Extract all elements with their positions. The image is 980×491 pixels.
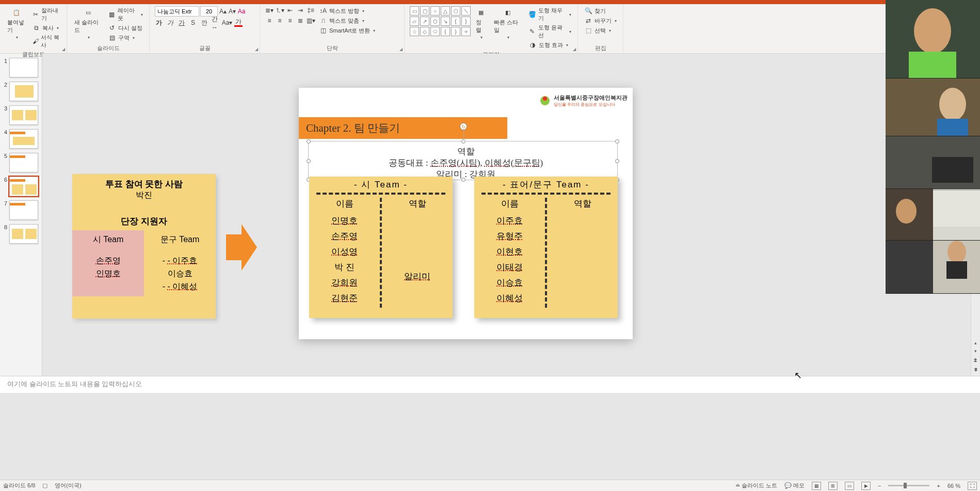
team-card-mg[interactable]: - 표어/문구 Team - 이름 이주효 유형주 이현호 이태경 이승효 이혜… [474, 177, 618, 318]
change-case-icon[interactable]: Aa▾ [223, 19, 231, 27]
slideshow-view-icon[interactable]: ▶ [861, 482, 871, 490]
thumbnail-2[interactable]: 2 [2, 82, 40, 101]
dialog-launcher-icon[interactable]: ◢ [399, 47, 403, 52]
scroll-up-icon[interactable]: ▴ [971, 339, 980, 347]
justify-icon[interactable]: ≣ [296, 17, 304, 25]
prev-slide-icon[interactable]: ⯭ [971, 356, 980, 365]
thumbnail-4[interactable]: 4 [2, 129, 40, 149]
sorter-view-icon[interactable]: ⊞ [828, 482, 838, 490]
bold-icon[interactable]: 가 [155, 19, 163, 27]
video-tile[interactable] [886, 189, 933, 241]
increase-font-icon[interactable]: A▴ [219, 7, 227, 15]
rotate-handle-icon[interactable]: ↻ [460, 123, 467, 130]
replace-button[interactable]: ⇄바꾸기▾ [583, 16, 618, 25]
thumbnail-1[interactable]: 1 [2, 58, 40, 77]
arrow-icon [226, 224, 257, 271]
cut-button[interactable]: ✂잘라내기 [31, 6, 61, 23]
language-indicator[interactable]: 영어(미국) [55, 482, 81, 489]
copy-button[interactable]: ⧉복사▾ [31, 23, 61, 33]
dialog-launcher-icon[interactable]: ◢ [255, 47, 258, 52]
spacing-icon[interactable]: 간↔ [212, 19, 220, 27]
numbering-icon[interactable]: ⒈▾ [276, 6, 284, 14]
scroll-down-icon[interactable]: ▾ [971, 347, 980, 355]
thumbnail-pane[interactable]: 1 2 3 4 5 6 7 8 [0, 54, 42, 376]
thumbnail-8[interactable]: 8 [2, 224, 40, 244]
paragraph-group-label: 단락 [265, 43, 399, 52]
decrease-indent-icon[interactable]: ⇤ [286, 6, 294, 14]
increase-indent-icon[interactable]: ⇥ [296, 6, 304, 14]
slide-canvas[interactable]: 서울특별시중구장애인복지관 당신을 우리의 중심으로 모십니다 Chapter … [299, 88, 633, 339]
ribbon-group-font: A▴ A▾ Aa 가 가 가 S 깐 간↔ Aa▾ 가 글꼴 ◢ [150, 4, 260, 53]
reset-button[interactable]: ↺다시 설정 [107, 23, 144, 33]
svg-point-4 [914, 8, 951, 54]
video-tile[interactable] [933, 189, 981, 241]
select-button[interactable]: ⬚선택▾ [583, 26, 618, 35]
section-button[interactable]: ▤구역▾ [107, 33, 144, 42]
font-name-input[interactable] [155, 6, 199, 17]
new-slide-icon: ▭ [83, 7, 93, 18]
video-tile[interactable] [886, 78, 980, 136]
thumbnail-6[interactable]: 6 [2, 177, 40, 196]
find-button[interactable]: 🔍찾기 [583, 6, 618, 15]
shape-effects-button[interactable]: ◑도형 효과▾ [527, 40, 572, 50]
thumbnail-7[interactable]: 7 [2, 200, 40, 220]
zoom-percent[interactable]: 66 % [947, 483, 960, 489]
resize-handle[interactable] [461, 139, 465, 144]
shape-fill-button[interactable]: 🪣도형 채우기▾ [527, 6, 572, 23]
resize-handle[interactable] [615, 139, 619, 144]
note-sticky[interactable]: 투표 참여 못한 사람 박진 단장 지원자 시 Team 손주영 인명호 문구 … [72, 174, 216, 319]
format-painter-label: 서식 복사 [41, 34, 60, 49]
paste-button[interactable]: 📋 붙여넣기 ▾ [5, 6, 28, 41]
fit-window-icon[interactable]: ⛶ [968, 482, 977, 490]
zoom-out-icon[interactable]: − [878, 483, 881, 489]
text-align-button[interactable]: ⎍텍스트 맞춤▾ [318, 16, 376, 25]
smartart-button[interactable]: ◫SmartArt로 변환▾ [318, 26, 376, 35]
bullets-icon[interactable]: ≣▾ [265, 6, 274, 14]
paste-icon: 📋 [11, 7, 22, 18]
underline-icon[interactable]: 가 [178, 19, 186, 27]
slide-editor[interactable]: 투표 참여 못한 사람 박진 단장 지원자 시 Team 손주영 인명호 문구 … [42, 54, 980, 376]
decrease-font-icon[interactable]: A▾ [228, 7, 236, 15]
video-tile[interactable] [886, 136, 980, 189]
team-card-si[interactable]: - 시 Team - 이름 인명호 손주영 이성영 박 진 강희원 김현준 [309, 177, 453, 318]
chapter-title-bar[interactable]: Chapter 2. 팀 만들기 [299, 117, 507, 139]
notes-pane[interactable]: 여기에 슬라이드 노트의 내용을 입력하십시오 [0, 376, 980, 393]
align-left-icon[interactable]: ≡ [265, 17, 274, 25]
quick-styles-button[interactable]: ◧ 빠른 스타일 ▾ [492, 6, 524, 41]
align-right-icon[interactable]: ≡ [286, 17, 294, 25]
format-painter-button[interactable]: 🖌서식 복사 [31, 33, 61, 50]
new-slide-button[interactable]: ▭ 새 슬라이드 ▾ [72, 6, 104, 41]
video-tile[interactable] [933, 241, 981, 294]
normal-view-icon[interactable]: ▦ [812, 482, 821, 490]
line-spacing-icon[interactable]: ‡≡ [307, 6, 315, 14]
align-center-icon[interactable]: ≡ [276, 17, 284, 25]
shape-gallery[interactable]: ▭▢○△⬠＼ ▱↗⬡↘{} ☆◇⬭()✧ [410, 6, 471, 36]
video-tile[interactable] [886, 0, 980, 78]
reading-view-icon[interactable]: ▭ [845, 482, 854, 490]
thumbnail-3[interactable]: 3 [2, 105, 40, 125]
next-slide-icon[interactable]: ⯯ [971, 366, 980, 374]
shadow-icon[interactable]: 깐 [200, 19, 208, 27]
team-si-roles: 알리미 [382, 215, 453, 296]
strike-icon[interactable]: S [189, 19, 197, 27]
comments-toggle[interactable]: 💬 메모 [784, 482, 805, 489]
shape-outline-button[interactable]: ✎도형 윤곽선▾ [527, 23, 572, 40]
find-label: 찾기 [595, 7, 606, 15]
notes-toggle[interactable]: ≐ 슬라이드 노트 [735, 482, 777, 489]
resize-handle[interactable] [307, 139, 311, 144]
spell-check-icon[interactable]: ▢ [42, 482, 47, 489]
zoom-slider[interactable] [888, 485, 929, 486]
ribbon-group-editing: 🔍찾기 ⇄바꾸기▾ ⬚선택▾ 편집 [578, 4, 623, 53]
layout-button[interactable]: ▦레이아웃▾ [107, 6, 144, 23]
shape-fill-label: 도형 채우기 [538, 7, 566, 22]
columns-icon[interactable]: ▥▾ [307, 17, 315, 25]
arrange-button[interactable]: ▦ 정렬 ▾ [474, 6, 489, 41]
italic-icon[interactable]: 가 [166, 19, 174, 27]
text-direction-button[interactable]: ↕A텍스트 방향▾ [318, 6, 376, 15]
thumbnail-5[interactable]: 5 [2, 153, 40, 172]
clear-format-icon[interactable]: Aa [237, 7, 246, 15]
dialog-launcher-icon[interactable]: ◢ [573, 47, 576, 52]
dialog-launcher-icon[interactable]: ◢ [62, 47, 65, 52]
font-color-icon[interactable]: 가 [234, 19, 243, 27]
zoom-in-icon[interactable]: + [937, 483, 940, 489]
